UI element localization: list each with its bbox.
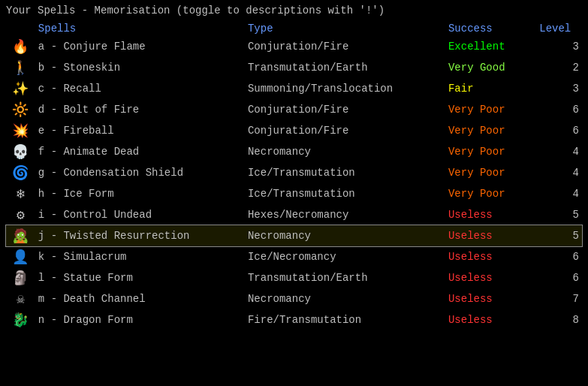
spell-type: Ice/Transmutation: [245, 162, 445, 183]
spell-level: 8: [536, 309, 582, 330]
spell-success: Very Poor: [445, 120, 536, 141]
spell-level: 6: [536, 246, 582, 267]
table-row[interactable]: 🐉n - Dragon FormFire/TransmutationUseles…: [6, 309, 582, 330]
col-icon-header: [6, 21, 35, 36]
spell-icon: ❄️: [6, 183, 35, 204]
spell-success: Very Poor: [445, 183, 536, 204]
table-row[interactable]: ☠️m - Death ChannelNecromancyUseless7: [6, 288, 582, 309]
spell-type: Necromancy: [245, 288, 445, 309]
spell-level: 6: [536, 99, 582, 120]
spell-icon: 👤: [6, 246, 35, 267]
spell-icon: 🐉: [6, 309, 35, 330]
spell-table: Spells Type Success Level 🔥a - Conjure F…: [6, 21, 582, 330]
spell-type: Conjuration/Fire: [245, 120, 445, 141]
spell-type: Fire/Transmutation: [245, 309, 445, 330]
spell-icon: 🔆: [6, 99, 35, 120]
spell-type: Ice/Necromancy: [245, 246, 445, 267]
spell-type: Conjuration/Fire: [245, 36, 445, 57]
table-row[interactable]: ❄️h - Ice FormIce/TransmutationVery Poor…: [6, 183, 582, 204]
spell-success: Very Poor: [445, 162, 536, 183]
table-row[interactable]: 💥e - FireballConjuration/FireVery Poor6: [6, 120, 582, 141]
spell-type: Conjuration/Fire: [245, 99, 445, 120]
spell-name: j - Twisted Resurrection: [35, 225, 245, 246]
table-row[interactable]: 🔥a - Conjure FlameConjuration/FireExcell…: [6, 36, 582, 57]
spell-icon: 💥: [6, 120, 35, 141]
spell-name: i - Control Undead: [35, 204, 245, 225]
spell-success: Fair: [445, 78, 536, 99]
table-row[interactable]: 👤k - SimulacrumIce/NecromancyUseless6: [6, 246, 582, 267]
col-spells-header: Spells: [35, 21, 245, 36]
col-type-header: Type: [245, 21, 445, 36]
spell-level: 6: [536, 267, 582, 288]
table-row[interactable]: 💀f - Animate DeadNecromancyVery Poor4: [6, 141, 582, 162]
spell-name: a - Conjure Flame: [35, 36, 245, 57]
spell-level: 3: [536, 78, 582, 99]
spell-success: Useless: [445, 309, 536, 330]
spell-success: Very Poor: [445, 141, 536, 162]
table-row[interactable]: ⚙️i - Control UndeadHexes/NecromancyUsel…: [6, 204, 582, 225]
spell-level: 5: [536, 204, 582, 225]
spell-level: 3: [536, 36, 582, 57]
spell-type: Transmutation/Earth: [245, 267, 445, 288]
table-row[interactable]: 🗿l - Statue FormTransmutation/EarthUsele…: [6, 267, 582, 288]
col-level-header: Level: [536, 21, 582, 36]
spell-name: f - Animate Dead: [35, 141, 245, 162]
spell-icon: 🗿: [6, 267, 35, 288]
spell-success: Very Poor: [445, 99, 536, 120]
spell-level: 5: [536, 225, 582, 246]
spell-name: l - Statue Form: [35, 267, 245, 288]
col-success-header: Success: [445, 21, 536, 36]
table-header-row: Spells Type Success Level: [6, 21, 582, 36]
spell-level: 4: [536, 162, 582, 183]
spell-list: 🔥a - Conjure FlameConjuration/FireExcell…: [6, 36, 582, 330]
spell-name: n - Dragon Form: [35, 309, 245, 330]
spell-name: e - Fireball: [35, 120, 245, 141]
spell-level: 4: [536, 141, 582, 162]
spell-success: Useless: [445, 225, 536, 246]
spell-level: 4: [536, 183, 582, 204]
table-row[interactable]: 🧟j - Twisted ResurrectionNecromancyUsele…: [6, 225, 582, 246]
spell-success: Useless: [445, 267, 536, 288]
spell-type: Necromancy: [245, 141, 445, 162]
spell-icon: ✨: [6, 78, 35, 99]
spell-level: 6: [536, 120, 582, 141]
spell-name: g - Condensation Shield: [35, 162, 245, 183]
table-row[interactable]: 🚶b - StoneskinTransmutation/EarthVery Go…: [6, 57, 582, 78]
spell-success: Excellent: [445, 36, 536, 57]
spell-success: Useless: [445, 246, 536, 267]
spell-success: Useless: [445, 204, 536, 225]
spell-level: 7: [536, 288, 582, 309]
spell-name: m - Death Channel: [35, 288, 245, 309]
spell-icon: 🌀: [6, 162, 35, 183]
header-text: Your Spells - Memorisation (toggle to de…: [6, 5, 384, 17]
spell-icon: ☠️: [6, 288, 35, 309]
spell-success: Useless: [445, 288, 536, 309]
table-row[interactable]: ✨c - RecallSummoning/TranslocationFair3: [6, 78, 582, 99]
spell-icon: 🧟: [6, 225, 35, 246]
table-row[interactable]: 🔆d - Bolt of FireConjuration/FireVery Po…: [6, 99, 582, 120]
spell-type: Hexes/Necromancy: [245, 204, 445, 225]
spell-level: 2: [536, 57, 582, 78]
spell-name: k - Simulacrum: [35, 246, 245, 267]
spell-success: Very Good: [445, 57, 536, 78]
spell-name: h - Ice Form: [35, 183, 245, 204]
spell-icon: 🔥: [6, 36, 35, 57]
spell-type: Ice/Transmutation: [245, 183, 445, 204]
spell-icon: 💀: [6, 141, 35, 162]
spell-name: c - Recall: [35, 78, 245, 99]
page-header: Your Spells - Memorisation (toggle to de…: [6, 5, 582, 17]
table-row[interactable]: 🌀g - Condensation ShieldIce/Transmutatio…: [6, 162, 582, 183]
spell-type: Transmutation/Earth: [245, 57, 445, 78]
spell-type: Summoning/Translocation: [245, 78, 445, 99]
spell-name: d - Bolt of Fire: [35, 99, 245, 120]
spell-name: b - Stoneskin: [35, 57, 245, 78]
spell-icon: 🚶: [6, 57, 35, 78]
spell-type: Necromancy: [245, 225, 445, 246]
spell-icon: ⚙️: [6, 204, 35, 225]
